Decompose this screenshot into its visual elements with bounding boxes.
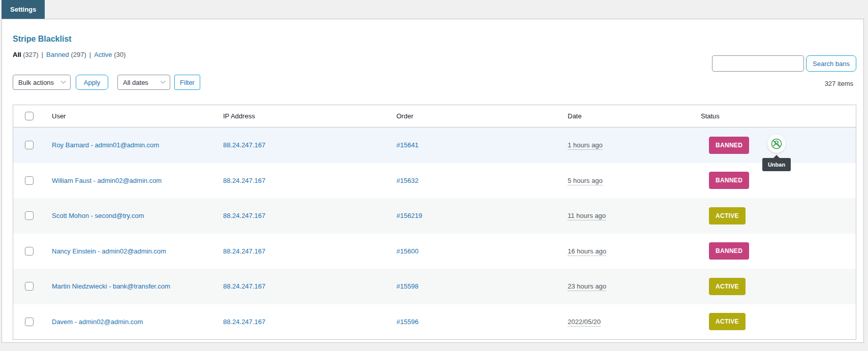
ban-date: 1 hours ago xyxy=(568,141,603,150)
column-header-date: Date xyxy=(560,112,693,120)
user-link[interactable]: Roy Barnard - admin01@admin.com xyxy=(52,141,159,149)
apply-button[interactable]: Apply xyxy=(76,75,108,90)
order-link[interactable]: #15641 xyxy=(396,141,418,149)
table-row: Davem - admin02@admin.com 88.24.247.167 … xyxy=(13,304,856,340)
ban-date: 23 hours ago xyxy=(568,282,606,291)
ip-link[interactable]: 88.24.247.167 xyxy=(223,318,265,326)
ban-date: 11 hours ago xyxy=(568,212,606,220)
order-link[interactable]: #156219 xyxy=(396,212,422,219)
table-row: Nancy Einstein - admin02@admin.com 88.24… xyxy=(13,234,856,269)
table-row: Roy Barnard - admin01@admin.com 88.24.24… xyxy=(13,127,856,163)
ip-link[interactable]: 88.24.247.167 xyxy=(223,141,265,149)
order-link[interactable]: #15600 xyxy=(396,247,418,255)
status-badge: ACTIVE xyxy=(709,313,746,330)
ban-date: 5 hours ago xyxy=(568,177,603,185)
row-checkbox[interactable] xyxy=(25,211,34,220)
table-row: William Faust - admin02@admin.com 88.24.… xyxy=(13,163,856,199)
order-link[interactable]: #15598 xyxy=(396,282,418,290)
user-link[interactable]: Scott Mohon - second@try.com xyxy=(52,212,144,219)
row-checkbox[interactable] xyxy=(25,176,34,185)
column-header-status: Status xyxy=(693,112,856,120)
search-bans-button[interactable]: Search bans xyxy=(806,55,856,72)
view-filter-all[interactable]: All (327) xyxy=(13,51,39,58)
row-checkbox[interactable] xyxy=(25,317,34,326)
status-badge: BANNED xyxy=(709,242,749,260)
status-badge: BANNED xyxy=(709,137,749,154)
row-checkbox[interactable] xyxy=(25,282,34,291)
items-count: 327 items xyxy=(825,80,853,87)
ip-link[interactable]: 88.24.247.167 xyxy=(223,212,265,219)
order-link[interactable]: #15596 xyxy=(396,318,418,326)
user-link[interactable]: Davem - admin02@admin.com xyxy=(52,318,143,326)
dates-filter-label: All dates xyxy=(123,79,148,86)
column-header-ip: IP Address xyxy=(215,112,388,120)
dates-filter-select[interactable]: All dates xyxy=(117,75,170,90)
row-hover-actions: Unban xyxy=(767,127,818,163)
tab-settings-label: Settings xyxy=(10,6,36,13)
chevron-down-icon xyxy=(161,78,166,83)
column-header-user: User xyxy=(44,112,215,120)
unban-tooltip-label: Unban xyxy=(768,162,785,168)
select-all-checkbox[interactable] xyxy=(25,112,34,120)
order-link[interactable]: #15632 xyxy=(396,177,418,184)
ban-date: 16 hours ago xyxy=(568,247,606,256)
unban-tooltip: Unban xyxy=(762,158,791,171)
bulk-actions-label: Bulk actions xyxy=(18,79,54,86)
tab-settings[interactable]: Settings xyxy=(2,0,45,19)
row-checkbox[interactable] xyxy=(25,141,34,149)
column-header-order: Order xyxy=(388,112,560,120)
chevron-down-icon xyxy=(61,78,66,83)
unban-user-slash-icon[interactable] xyxy=(767,135,786,153)
user-link[interactable]: William Faust - admin02@admin.com xyxy=(52,177,162,184)
settings-panel: Stripe Blacklist All (327)|Banned (297)|… xyxy=(2,19,864,343)
bans-table: User IP Address Order Date Status Roy Ba… xyxy=(13,105,856,340)
status-badge: ACTIVE xyxy=(709,207,746,225)
user-link[interactable]: Nancy Einstein - admin02@admin.com xyxy=(52,247,166,255)
bulk-actions-select[interactable]: Bulk actions xyxy=(13,75,71,90)
view-separator: | xyxy=(42,51,43,58)
table-row: Scott Mohon - second@try.com 88.24.247.1… xyxy=(13,198,856,234)
ip-link[interactable]: 88.24.247.167 xyxy=(223,177,265,184)
ip-link[interactable]: 88.24.247.167 xyxy=(223,247,265,255)
table-header-row: User IP Address Order Date Status xyxy=(13,105,856,127)
row-checkbox[interactable] xyxy=(25,247,34,256)
filter-button[interactable]: Filter xyxy=(174,75,200,90)
table-row: Martin Niedzwiecki - bank@transfer.com 8… xyxy=(13,269,856,304)
ip-link[interactable]: 88.24.247.167 xyxy=(223,282,265,290)
view-filter-active[interactable]: Active (30) xyxy=(94,51,126,58)
status-badge: ACTIVE xyxy=(709,278,746,295)
page-title: Stripe Blacklist xyxy=(13,35,72,44)
view-filter-banned[interactable]: Banned (297) xyxy=(46,51,86,58)
view-separator: | xyxy=(89,51,91,58)
user-link[interactable]: Martin Niedzwiecki - bank@transfer.com xyxy=(52,282,170,290)
status-badge: BANNED xyxy=(709,172,749,189)
ban-date: 2022/05/20 xyxy=(568,318,601,327)
search-bans-input[interactable] xyxy=(712,55,804,72)
view-filter-links: All (327)|Banned (297)|Active (30) xyxy=(13,51,126,58)
